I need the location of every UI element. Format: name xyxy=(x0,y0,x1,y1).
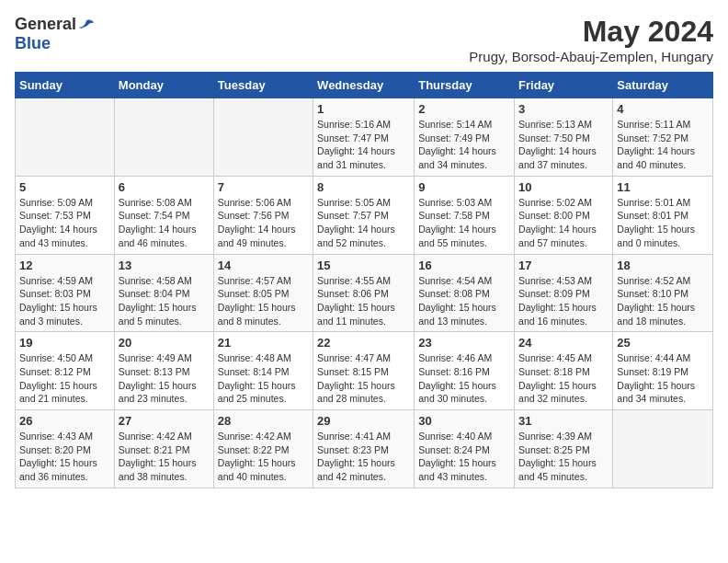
day-info-line: Sunset: 8:05 PM xyxy=(218,288,290,299)
day-info-line: Sunrise: 4:59 AM xyxy=(19,275,93,286)
calendar-cell xyxy=(213,98,313,177)
day-info-line: and 55 minutes. xyxy=(418,237,487,248)
day-info-line: Daylight: 15 hours xyxy=(617,380,695,391)
day-info-line: and 28 minutes. xyxy=(317,393,386,404)
day-info-line: and 21 minutes. xyxy=(19,393,88,404)
day-info-line: Daylight: 15 hours xyxy=(418,457,496,468)
day-info-line: Sunset: 8:01 PM xyxy=(617,210,688,221)
day-number: 18 xyxy=(617,259,709,272)
day-info-line: and 52 minutes. xyxy=(317,237,386,248)
day-number: 10 xyxy=(518,180,609,194)
calendar-cell: 15Sunrise: 4:55 AMSunset: 8:06 PMDayligh… xyxy=(313,254,415,332)
day-number: 9 xyxy=(418,180,510,194)
weekday-header-wednesday: Wednesday xyxy=(313,73,415,98)
day-number: 20 xyxy=(119,336,210,350)
day-info-line: Sunrise: 4:53 AM xyxy=(518,275,592,286)
calendar-cell: 3Sunrise: 5:13 AMSunset: 7:50 PMDaylight… xyxy=(515,98,613,177)
calendar-cell: 17Sunrise: 4:53 AMSunset: 8:09 PMDayligh… xyxy=(515,254,613,332)
calendar-cell: 10Sunrise: 5:02 AMSunset: 8:00 PMDayligh… xyxy=(515,176,613,254)
day-info: Sunrise: 5:02 AMSunset: 8:00 PMDaylight:… xyxy=(518,196,609,250)
day-info-line: Sunrise: 4:54 AM xyxy=(418,275,492,286)
weekday-header-tuesday: Tuesday xyxy=(213,73,313,98)
day-info-line: Sunrise: 4:58 AM xyxy=(119,275,192,286)
day-number: 2 xyxy=(418,102,510,116)
day-info-line: Sunset: 7:50 PM xyxy=(518,132,590,144)
calendar-week-row: 19Sunrise: 4:50 AMSunset: 8:12 PMDayligh… xyxy=(16,332,713,410)
day-info-line: Daylight: 15 hours xyxy=(317,380,395,391)
day-info-line: Daylight: 14 hours xyxy=(518,224,597,235)
calendar-cell: 22Sunrise: 4:47 AMSunset: 8:15 PMDayligh… xyxy=(313,332,415,410)
day-info-line: and 30 minutes. xyxy=(418,393,487,404)
day-info: Sunrise: 5:08 AMSunset: 7:54 PMDaylight:… xyxy=(119,196,210,250)
day-info-line: Sunset: 7:57 PM xyxy=(317,210,389,221)
day-info-line: Sunset: 8:21 PM xyxy=(119,444,190,455)
logo-bird-icon xyxy=(78,18,95,31)
day-info-line: Sunrise: 5:03 AM xyxy=(418,197,492,208)
day-info-line: Sunset: 8:23 PM xyxy=(317,444,389,455)
calendar-cell: 2Sunrise: 5:14 AMSunset: 7:49 PMDaylight… xyxy=(415,98,515,177)
day-info-line: Sunrise: 5:05 AM xyxy=(317,197,391,208)
day-info-line: Sunrise: 4:44 AM xyxy=(617,352,690,363)
day-info-line: Daylight: 15 hours xyxy=(119,457,197,468)
day-info-line: Daylight: 14 hours xyxy=(518,145,597,156)
calendar-cell: 29Sunrise: 4:41 AMSunset: 8:23 PMDayligh… xyxy=(313,410,415,488)
calendar-cell: 5Sunrise: 5:09 AMSunset: 7:53 PMDaylight… xyxy=(16,176,115,254)
day-number: 19 xyxy=(19,336,110,350)
day-info: Sunrise: 5:16 AMSunset: 7:47 PMDaylight:… xyxy=(317,118,410,172)
day-info-line: Sunrise: 4:47 AM xyxy=(317,352,391,363)
calendar-cell: 9Sunrise: 5:03 AMSunset: 7:58 PMDaylight… xyxy=(415,176,515,254)
calendar-cell xyxy=(613,410,713,488)
day-info: Sunrise: 4:47 AMSunset: 8:15 PMDaylight:… xyxy=(317,351,410,406)
day-info-line: Sunrise: 5:08 AM xyxy=(119,197,192,208)
day-info-line: Sunrise: 4:40 AM xyxy=(418,431,492,442)
day-number: 8 xyxy=(317,180,410,194)
calendar-cell: 1Sunrise: 5:16 AMSunset: 7:47 PMDaylight… xyxy=(313,98,415,177)
day-info-line: Sunset: 8:24 PM xyxy=(418,444,490,455)
day-number: 17 xyxy=(518,259,609,272)
day-info: Sunrise: 5:13 AMSunset: 7:50 PMDaylight:… xyxy=(518,118,609,172)
calendar-cell: 13Sunrise: 4:58 AMSunset: 8:04 PMDayligh… xyxy=(114,254,213,332)
day-info-line: and 34 minutes. xyxy=(617,393,686,404)
day-info-line: Daylight: 14 hours xyxy=(418,145,496,156)
day-info-line: Sunrise: 5:02 AM xyxy=(518,197,592,208)
calendar-cell: 19Sunrise: 4:50 AMSunset: 8:12 PMDayligh… xyxy=(16,332,115,410)
day-info-line: and 36 minutes. xyxy=(19,471,88,482)
day-info-line: Daylight: 15 hours xyxy=(617,224,695,235)
day-info-line: Sunset: 7:56 PM xyxy=(218,210,290,221)
day-info-line: Daylight: 15 hours xyxy=(518,457,597,468)
day-info-line: and 40 minutes. xyxy=(617,159,686,170)
day-number: 24 xyxy=(518,336,609,350)
day-info-line: Sunset: 8:08 PM xyxy=(418,288,490,299)
day-info-line: Sunrise: 4:42 AM xyxy=(119,431,192,442)
day-info-line: Sunrise: 4:57 AM xyxy=(218,275,291,286)
logo: General Blue xyxy=(15,15,95,53)
day-info-line: Sunset: 7:47 PM xyxy=(317,132,389,144)
day-info-line: and 38 minutes. xyxy=(119,471,188,482)
day-number: 28 xyxy=(218,414,309,428)
day-info-line: Daylight: 15 hours xyxy=(518,380,597,391)
day-info-line: Daylight: 15 hours xyxy=(19,380,97,391)
calendar-cell: 16Sunrise: 4:54 AMSunset: 8:08 PMDayligh… xyxy=(415,254,515,332)
day-info-line: Sunset: 8:15 PM xyxy=(317,366,389,377)
day-info: Sunrise: 4:44 AMSunset: 8:19 PMDaylight:… xyxy=(617,351,709,406)
day-info-line: Daylight: 14 hours xyxy=(317,224,395,235)
day-info-line: Daylight: 15 hours xyxy=(317,457,395,468)
day-info-line: Sunset: 8:20 PM xyxy=(19,444,91,455)
day-info: Sunrise: 5:05 AMSunset: 7:57 PMDaylight:… xyxy=(317,196,410,250)
logo-general-text: General xyxy=(15,15,76,34)
title-area: May 2024 Prugy, Borsod-Abauj-Zemplen, Hu… xyxy=(469,15,713,64)
calendar-cell: 25Sunrise: 4:44 AMSunset: 8:19 PMDayligh… xyxy=(613,332,713,410)
day-number: 6 xyxy=(119,180,210,194)
day-info-line: Sunrise: 5:06 AM xyxy=(218,197,291,208)
day-number: 7 xyxy=(218,180,309,194)
day-info-line: and 23 minutes. xyxy=(119,393,188,404)
day-info-line: Daylight: 14 hours xyxy=(418,224,496,235)
day-info-line: Sunrise: 5:11 AM xyxy=(617,119,690,130)
day-info-line: and 37 minutes. xyxy=(518,159,587,170)
day-info-line: Sunset: 7:53 PM xyxy=(19,210,91,221)
calendar-cell: 23Sunrise: 4:46 AMSunset: 8:16 PMDayligh… xyxy=(415,332,515,410)
day-info-line: and 0 minutes. xyxy=(617,237,680,248)
day-number: 31 xyxy=(518,414,609,428)
day-info-line: and 31 minutes. xyxy=(317,159,386,170)
day-info: Sunrise: 4:45 AMSunset: 8:18 PMDaylight:… xyxy=(518,351,609,406)
